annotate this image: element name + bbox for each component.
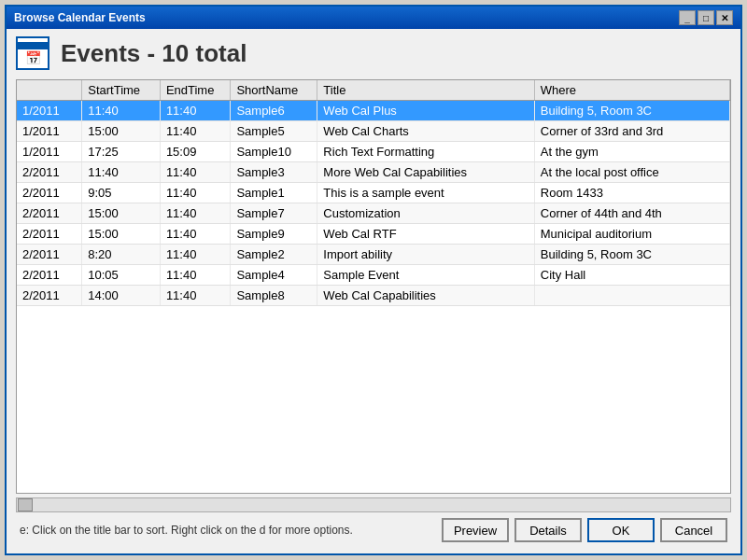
table-row[interactable]: 2/201114:0011:40Sample8Web Cal Capabilit… <box>17 286 730 306</box>
footer: e: Click on the title bar to sort. Right… <box>16 512 731 546</box>
col-header-shortname[interactable]: ShortName <box>231 80 317 101</box>
footer-buttons: Preview Details OK Cancel <box>442 518 727 542</box>
ok-button[interactable]: OK <box>587 518 655 542</box>
maximize-button[interactable]: □ <box>698 10 714 25</box>
close-button[interactable]: ✕ <box>716 10 733 25</box>
table-row[interactable]: 2/201115:0011:40Sample7CustomizationCorn… <box>17 203 730 224</box>
events-table: StartTime EndTime ShortName Title Where … <box>17 80 730 306</box>
table-header-row: StartTime EndTime ShortName Title Where <box>17 80 730 101</box>
col-header-starttime[interactable]: StartTime <box>82 80 161 101</box>
horizontal-scrollbar[interactable] <box>16 497 731 512</box>
calendar-icon: 📅 <box>16 36 49 70</box>
details-button[interactable]: Details <box>514 518 582 542</box>
table-body: 1/201111:4011:40Sample6Web Cal PlusBuild… <box>17 101 730 306</box>
table-row[interactable]: 2/20119:0511:40Sample1This is a sample e… <box>17 183 730 203</box>
col-header-endtime[interactable]: EndTime <box>160 80 231 101</box>
footer-hint: e: Click on the title bar to sort. Right… <box>20 524 353 537</box>
table-row[interactable]: 2/20118:2011:40Sample2Import abilityBuil… <box>17 245 730 265</box>
table-row[interactable]: 2/201110:0511:40Sample4Sample EventCity … <box>17 265 730 286</box>
table-row[interactable]: 1/201115:0011:40Sample5Web Cal ChartsCor… <box>17 121 730 142</box>
minimize-button[interactable]: _ <box>679 10 696 25</box>
page-header: 📅 Events - 10 total <box>16 36 731 70</box>
cancel-button[interactable]: Cancel <box>660 518 727 542</box>
col-header-date[interactable] <box>17 80 82 101</box>
table-row[interactable]: 1/201117:2515:09Sample10Rich Text Format… <box>17 142 730 162</box>
col-header-where[interactable]: Where <box>534 80 729 101</box>
col-header-title[interactable]: Title <box>317 80 534 101</box>
scrollbar-thumb[interactable] <box>18 498 33 511</box>
preview-button[interactable]: Preview <box>442 518 509 542</box>
title-bar: Browse Calendar Events _ □ ✕ <box>7 7 740 29</box>
table-row[interactable]: 2/201111:4011:40Sample3More Web Cal Capa… <box>17 162 730 183</box>
main-window: Browse Calendar Events _ □ ✕ 📅 Events - … <box>5 5 742 555</box>
title-bar-buttons: _ □ ✕ <box>679 10 733 25</box>
table-row[interactable]: 2/201115:0011:40Sample9Web Cal RTFMunici… <box>17 224 730 245</box>
content-area: 📅 Events - 10 total StartTime EndTime Sh… <box>7 29 740 553</box>
table-row[interactable]: 1/201111:4011:40Sample6Web Cal PlusBuild… <box>17 101 730 121</box>
window-title: Browse Calendar Events <box>14 11 146 24</box>
events-table-container[interactable]: StartTime EndTime ShortName Title Where … <box>16 79 731 494</box>
page-title: Events - 10 total <box>61 39 247 68</box>
